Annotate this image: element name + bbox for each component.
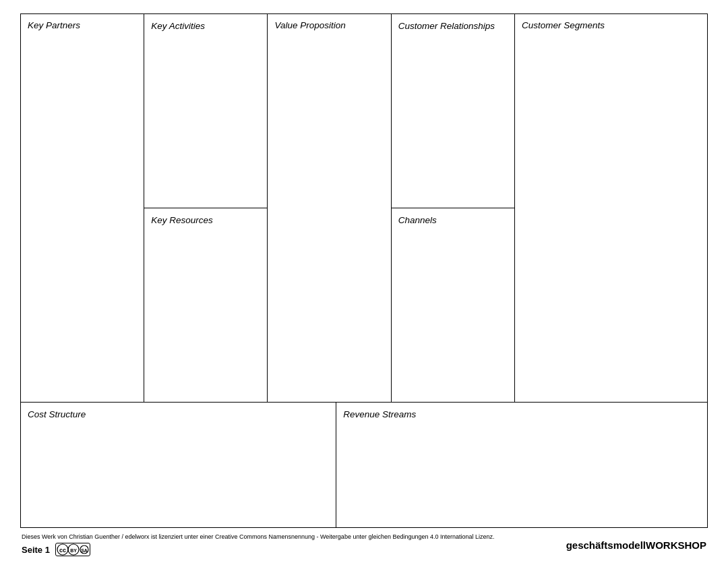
key-activities-cell[interactable]: Key Activities <box>144 14 267 208</box>
value-proposition-label: Value Proposition <box>274 20 384 32</box>
svg-text:BY: BY <box>70 548 77 553</box>
creative-commons-icon: cc BY SA <box>55 543 90 556</box>
key-activities-label: Key Activities <box>151 21 205 31</box>
key-resources-label: Key Resources <box>151 215 213 225</box>
value-proposition-cell[interactable]: Value Proposition <box>268 14 391 402</box>
cost-structure-cell[interactable]: Cost Structure <box>21 403 336 527</box>
svg-text:cc: cc <box>59 547 66 554</box>
top-section: Key Partners Key Activities Key Resource… <box>21 14 707 403</box>
brand-label: geschäftsmodellWORKSHOP <box>566 539 706 551</box>
svg-text:SA: SA <box>81 548 88 553</box>
bottom-section: Cost Structure Revenue Streams <box>21 403 707 527</box>
revenue-streams-label: Revenue Streams <box>343 409 416 419</box>
footer-left: Dieses Werk von Christian Guenther / ede… <box>22 533 495 556</box>
customer-segments-label: Customer Segments <box>522 20 700 32</box>
page-number: Seite 1 <box>22 545 50 555</box>
key-partners-label: Key Partners <box>28 20 137 32</box>
customer-segments-cell[interactable]: Customer Segments <box>515 14 707 402</box>
channels-label: Channels <box>398 215 437 225</box>
key-partners-cell[interactable]: Key Partners <box>21 14 144 402</box>
customer-relationships-cell[interactable]: Customer Relationships <box>392 14 514 208</box>
business-model-canvas: Key Partners Key Activities Key Resource… <box>20 13 708 528</box>
cost-structure-label: Cost Structure <box>28 409 86 419</box>
brand-bold: WORKSHOP <box>646 539 706 551</box>
footer: Dieses Werk von Christian Guenther / ede… <box>20 533 708 556</box>
activities-resources-column: Key Activities Key Resources <box>144 14 268 402</box>
brand-normal: geschäftsmodell <box>566 539 646 551</box>
revenue-streams-cell[interactable]: Revenue Streams <box>336 403 707 527</box>
channels-cell[interactable]: Channels <box>392 208 514 402</box>
footer-page: Seite 1 cc BY SA <box>22 543 495 556</box>
cr-channels-column: Customer Relationships Channels <box>392 14 515 402</box>
customer-relationships-label: Customer Relationships <box>398 21 495 31</box>
license-text: Dieses Werk von Christian Guenther / ede… <box>22 533 495 540</box>
key-resources-cell[interactable]: Key Resources <box>144 208 267 402</box>
